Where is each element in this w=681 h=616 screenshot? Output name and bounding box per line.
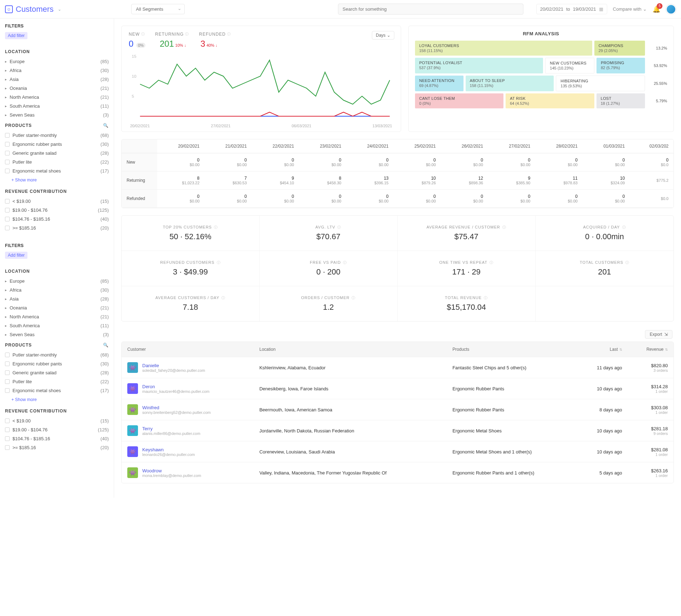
rfm-segment[interactable]: AT RISK64 (4.52%) <box>506 93 594 108</box>
product-item[interactable]: Putler starter-monthly68 <box>5 131 109 140</box>
customer-name[interactable]: Keyshawn <box>142 447 195 452</box>
customer-revenue: $314.28 <box>634 384 668 389</box>
location-item[interactable]: ▸South America11 <box>5 321 109 330</box>
rfm-segment[interactable]: POTENTIAL LOYALIST537 (37.9%) <box>415 58 543 73</box>
segment-select[interactable]: All Segments <box>131 4 185 14</box>
page-title[interactable]: ☺ Customers ⌄ <box>5 5 61 14</box>
checkbox[interactable] <box>5 151 10 155</box>
product-item[interactable]: Generic granite salad28 <box>5 149 109 158</box>
location-item[interactable]: ▸Asia28 <box>5 75 109 84</box>
product-item[interactable]: Ergonomic rubber pants30 <box>5 140 109 149</box>
checkbox[interactable] <box>5 427 10 432</box>
location-item[interactable]: ▸Africa30 <box>5 286 109 294</box>
revenue-item[interactable]: < $19.0015 <box>5 197 109 206</box>
rfm-segment[interactable]: LOYAL CUSTOMERS158 (11.15%) <box>415 41 592 56</box>
checkbox[interactable] <box>5 370 10 375</box>
table-row[interactable]: 👾 Keyshawnleonardo26@demo.putler.com Cor… <box>122 441 674 462</box>
location-item[interactable]: ▸Africa30 <box>5 66 109 75</box>
tab-new[interactable]: NEW ⓘ <box>129 32 145 37</box>
granularity-select[interactable]: Days ⌄ <box>372 31 394 40</box>
location-item[interactable]: ▸Seven Seas3 <box>5 330 109 339</box>
location-item[interactable]: ▸Seven Seas3 <box>5 111 109 119</box>
table-row[interactable]: 👾 Daniellesoledad_fahey20@demo.putler.co… <box>122 357 674 378</box>
revenue-item[interactable]: $104.76 - $185.1640 <box>5 215 109 224</box>
product-item[interactable]: Generic granite salad28 <box>5 368 109 377</box>
col-last[interactable]: Last⇅ <box>577 342 628 357</box>
col-revenue[interactable]: Revenue⇅ <box>628 342 674 357</box>
customer-name[interactable]: Terry <box>142 426 200 431</box>
date-range-picker[interactable]: 20/02/2021 to 19/03/2021 ▦ <box>536 4 607 14</box>
checkbox[interactable] <box>5 208 10 212</box>
rfm-segment[interactable]: NEW CUSTOMERS145 (10.23%) <box>545 58 594 73</box>
checkbox[interactable] <box>5 353 10 357</box>
product-item[interactable]: Ergonomic metal shoes17 <box>5 386 109 395</box>
product-item[interactable]: Putler lite22 <box>5 377 109 386</box>
checkbox[interactable] <box>5 445 10 450</box>
revenue-item[interactable]: >= $185.1620 <box>5 224 109 232</box>
checkbox[interactable] <box>5 226 10 230</box>
location-item[interactable]: ▸Oceania21 <box>5 303 109 312</box>
checkbox[interactable] <box>5 388 10 393</box>
checkbox[interactable] <box>5 142 10 147</box>
compare-with[interactable]: Compare with ⌄ <box>613 6 647 12</box>
show-more-link[interactable]: + Show more <box>5 175 37 183</box>
location-item[interactable]: ▸Asia28 <box>5 294 109 303</box>
col-customer[interactable]: Customer <box>122 342 254 357</box>
location-item[interactable]: ▸South America11 <box>5 102 109 111</box>
checkbox[interactable] <box>5 436 10 441</box>
chevron-right-icon: ▸ <box>5 68 7 72</box>
export-button[interactable]: Export ⇲ <box>645 330 672 339</box>
search-input[interactable] <box>338 4 523 15</box>
location-item[interactable]: ▸North America21 <box>5 312 109 321</box>
product-item[interactable]: Ergonomic rubber pants30 <box>5 359 109 368</box>
table-row[interactable]: 👾 Terryalanis.miller86@demo.putler.com J… <box>122 420 674 441</box>
rfm-segment[interactable]: LOST18 (1.27%) <box>596 93 645 108</box>
rfm-segment[interactable]: PROMISING82 (5.79%) <box>596 58 645 73</box>
revenue-item[interactable]: $19.00 - $104.76125 <box>5 425 109 434</box>
show-more-link[interactable]: + Show more <box>5 395 37 402</box>
rfm-segment[interactable]: CANT LOSE THEM0 (0%) <box>415 93 504 108</box>
rfm-segment[interactable]: NEED ATTENTION69 (4.87%) <box>415 76 464 91</box>
col-location[interactable]: Location <box>254 342 446 357</box>
add-filter-button[interactable]: Add filter <box>5 32 27 39</box>
product-item[interactable]: Ergonomic metal shoes17 <box>5 166 109 175</box>
location-item[interactable]: ▸Europe85 <box>5 57 109 66</box>
tab-refunded[interactable]: REFUNDED ⓘ <box>199 32 231 37</box>
col-products[interactable]: Products <box>447 342 577 357</box>
checkbox[interactable] <box>5 419 10 423</box>
daily-table[interactable]: 20/02/202121/02/202122/02/202123/02/2021… <box>121 139 674 208</box>
customer-name[interactable]: Danielle <box>142 363 205 368</box>
customer-name[interactable]: Woodrow <box>142 468 201 473</box>
avatar[interactable] <box>666 4 676 14</box>
search-icon[interactable]: 🔍 <box>103 123 109 128</box>
revenue-item[interactable]: $104.76 - $185.1640 <box>5 434 109 443</box>
checkbox[interactable] <box>5 169 10 173</box>
product-item[interactable]: Putler starter-monthly68 <box>5 350 109 359</box>
customer-name[interactable]: Winifred <box>142 405 211 410</box>
add-filter-button[interactable]: Add filter <box>5 252 27 259</box>
tab-returning[interactable]: RETURNING ⓘ <box>155 32 189 37</box>
checkbox[interactable] <box>5 217 10 221</box>
checkbox[interactable] <box>5 133 10 138</box>
product-item[interactable]: Putler lite22 <box>5 158 109 166</box>
table-row[interactable]: 👾 Deronmauricio_kautzer46@demo.putler.co… <box>122 378 674 399</box>
table-row[interactable]: 👾 Woodrowmona.tremblay@demo.putler.com V… <box>122 462 674 483</box>
location-item[interactable]: ▸Oceania21 <box>5 84 109 93</box>
table-row[interactable]: 👾 Winifredsonny.breitenberg52@demo.putle… <box>122 399 674 420</box>
checkbox[interactable] <box>5 199 10 204</box>
checkbox[interactable] <box>5 361 10 366</box>
revenue-item[interactable]: >= $185.1620 <box>5 443 109 452</box>
rfm-segment[interactable]: HIBERNATING135 (9.53%) <box>556 76 645 91</box>
rfm-segment[interactable]: ABOUT TO SLEEP158 (11.15%) <box>466 76 554 91</box>
checkbox[interactable] <box>5 160 10 164</box>
location-item[interactable]: ▸North America21 <box>5 93 109 102</box>
rfm-segment[interactable]: CHAMPIONS29 (2.05%) <box>594 41 645 56</box>
notifications-button[interactable]: 🔔 5 <box>652 5 660 13</box>
customer-name[interactable]: Deron <box>142 384 209 389</box>
revenue-item[interactable]: < $19.0015 <box>5 416 109 425</box>
search-icon[interactable]: 🔍 <box>103 343 109 348</box>
revenue-item[interactable]: $19.00 - $104.76125 <box>5 206 109 215</box>
checkbox[interactable] <box>5 379 10 384</box>
filters-heading: FILTERS <box>5 243 109 248</box>
location-item[interactable]: ▸Europe85 <box>5 277 109 286</box>
